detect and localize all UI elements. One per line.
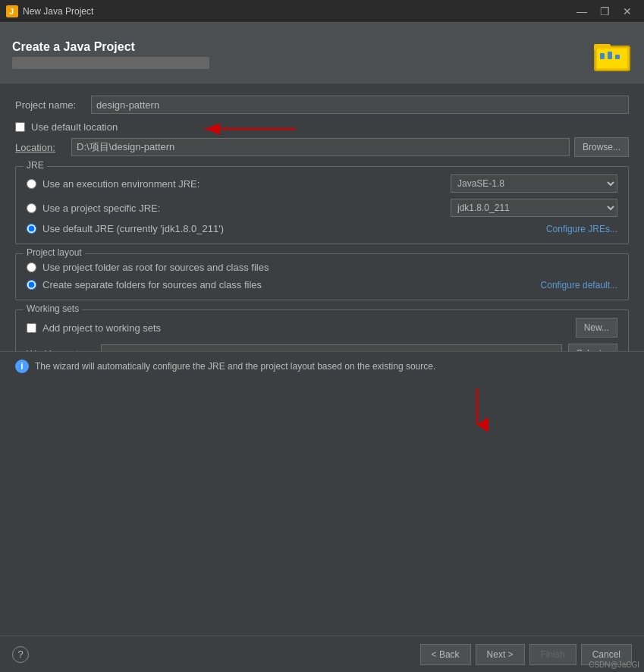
configure-default-link[interactable]: Configure default... [541,280,617,290]
java-project-icon: J [6,5,18,17]
footer-buttons: < Back Next > Finish Cancel [420,644,632,665]
location-label: Location: [15,142,67,153]
project-name-row: Project name: [15,96,629,114]
back-button[interactable]: < Back [420,644,471,665]
svg-rect-8 [615,55,620,59]
svg-text:J: J [9,7,14,16]
add-to-working-sets-label: Add project to working sets [42,322,161,334]
browse-button[interactable]: Browse... [574,137,629,157]
jre-option1-radio[interactable] [27,179,36,189]
use-default-location-label: Use default location [31,121,118,133]
use-default-location-area: Use default location [15,121,629,133]
working-sets-dropdown-arrow: ▾ [554,350,558,351]
jre-option3-row: Use default JRE (currently 'jdk1.8.0_211… [27,223,617,234]
jre-option1-label: Use an execution environment JRE: [42,178,445,190]
dialog-header-subtitle [12,57,209,69]
title-bar-controls: — ❐ ✕ [571,2,638,20]
use-default-location-row: Use default location [15,121,629,133]
maximize-button[interactable]: ❐ [594,2,615,20]
minimize-button[interactable]: — [571,2,592,20]
add-to-working-sets-row: Add project to working sets New... [27,318,617,338]
dialog-header-text: Create a Java Project [12,40,209,69]
svg-rect-7 [608,52,612,59]
jre-option2-select[interactable]: jdk1.8.0_211 [451,199,617,217]
dialog-container: Create a Java Project Project name: [0,23,644,672]
configure-jres-link[interactable]: Configure JREs... [546,224,617,234]
jre-option2-label: Use a project specific JRE: [42,203,445,214]
jre-option2-radio[interactable] [27,203,36,213]
next-button[interactable]: Next > [476,644,525,665]
jre-option1-row: Use an execution environment JRE: JavaSE… [27,174,617,193]
jre-option2-row: Use a project specific JRE: jdk1.8.0_211 [27,199,617,217]
working-sets-group: Working sets Add project to working sets… [15,309,629,351]
working-sets-label: Working sets: [27,348,95,351]
layout-option1-row: Use project folder as root for sources a… [27,262,617,273]
dialog-header: Create a Java Project [0,23,644,83]
info-bar: i The wizard will automatically configur… [0,351,644,381]
location-input[interactable] [71,138,570,156]
project-layout-group: Project layout Use project folder as roo… [15,253,629,300]
layout-option2-radio[interactable] [27,280,36,290]
bottom-spacer [0,381,644,636]
title-bar: J New Java Project — ❐ ✕ [0,0,644,23]
svg-rect-6 [600,53,605,59]
working-sets-field-row: Working sets: ▾ Select... [27,344,617,351]
cancel-button[interactable]: Cancel [581,644,632,665]
project-name-input[interactable] [91,96,629,114]
jre-option3-radio[interactable] [27,224,36,234]
layout-option1-radio[interactable] [27,262,36,272]
working-sets-input-wrap[interactable]: ▾ [101,344,562,351]
dialog-header-title: Create a Java Project [12,40,209,54]
jre-group-title: JRE [24,160,47,171]
info-message: The wizard will automatically configure … [35,361,435,372]
project-layout-title: Project layout [24,247,85,258]
working-sets-input[interactable] [105,348,554,351]
info-icon: i [15,360,29,373]
add-to-working-sets-checkbox[interactable] [27,323,36,333]
folder-icon [592,35,632,74]
dialog-footer: ? < Back Next > Finish Cancel [0,636,644,672]
bottom-red-arrow [462,388,492,434]
layout-option2-label: Create separate folders for sources and … [42,279,285,290]
jre-group: JRE Use an execution environment JRE: Ja… [15,166,629,244]
title-bar-title: New Java Project [23,6,93,17]
close-button[interactable]: ✕ [617,2,638,20]
jre-option3-label: Use default JRE (currently 'jdk1.8.0_211… [42,223,224,234]
add-working-sets-checkbox-wrap: Add project to working sets [27,322,161,334]
location-row: Location: Browse... [15,137,629,157]
select-working-sets-button[interactable]: Select... [568,344,617,351]
new-working-set-button[interactable]: New... [576,318,617,338]
layout-option1-label: Use project folder as root for sources a… [42,262,617,273]
help-button[interactable]: ? [12,646,29,663]
title-bar-left: J New Java Project [6,5,93,17]
working-sets-title: Working sets [24,303,82,314]
layout-option2-row: Create separate folders for sources and … [27,279,617,290]
jre-option1-select[interactable]: JavaSE-1.8 [451,174,617,193]
project-name-label: Project name: [15,99,91,111]
use-default-location-checkbox[interactable] [15,122,25,132]
finish-button[interactable]: Finish [529,644,576,665]
